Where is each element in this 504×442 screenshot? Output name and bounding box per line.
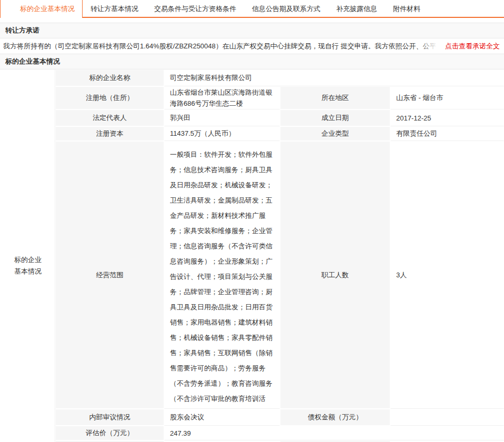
tab-supplementary-disclosure[interactable]: 补充披露信息 — [328, 0, 385, 18]
table-row-legal-representative-founding-date: 法定代表人 郭兴田 成立日期 2017-12-25 — [55, 109, 504, 126]
promise-row: 我方将所持有的（司空定制家居科技有限公司1.64%股权/ZBZR250048）在… — [0, 38, 504, 54]
value-employee-count: 3人 — [390, 141, 504, 409]
tab-transferor-basic-info[interactable]: 转让方基本情况 — [83, 0, 146, 18]
value-registered-capital: 11437.5万（人民币） — [164, 126, 280, 141]
basic-info-table: 标的企业 基本情况 标的企业名称 司空定制家居科技有限公司 注册地（住所） 山东… — [0, 69, 504, 442]
promise-text: 我方将所持有的（司空定制家居科技有限公司1.64%股权/ZBZR250048）在… — [3, 42, 440, 51]
section-title-transferor-promise: 转让方承诺 — [0, 23, 504, 38]
table-row-appraisal-price: 评估价（万元） 247.39 — [55, 426, 504, 440]
label-appraisal-price: 评估价（万元） — [55, 426, 164, 440]
label-founding-date: 成立日期 — [280, 109, 390, 126]
spacer — [0, 18, 504, 23]
rail-group-label: 标的企业 基本情况 — [0, 69, 55, 442]
rail-line-1: 标的企业 — [14, 254, 55, 266]
value-legal-representative: 郭兴田 — [164, 109, 280, 126]
tab-attachments[interactable]: 附件材料 — [385, 0, 428, 18]
value-debt-amount — [390, 409, 504, 426]
label-debt-amount: 债权金额（万元） — [280, 409, 390, 426]
label-company-type: 企业类型 — [280, 126, 390, 141]
value-region: 山东省 - 烟台市 — [390, 86, 504, 109]
label-registered-address: 注册地（住所） — [55, 86, 164, 109]
value-appraisal-price: 247.39 — [164, 426, 504, 440]
table-row-registered-capital-company-type: 注册资本 11437.5万（人民币） 企业类型 有限责任公司 — [55, 126, 504, 141]
value-company-name: 司空定制家居科技有限公司 — [164, 69, 504, 86]
table-row-company-name: 标的企业名称 司空定制家居科技有限公司 — [55, 69, 504, 86]
value-company-type: 有限责任公司 — [390, 126, 504, 141]
tab-target-company-basic-info[interactable]: 标的企业基本情况 — [0, 0, 83, 18]
listing-page: 标的企业基本情况 转让方基本情况 交易条件与受让方资格条件 信息公告期及联系方式… — [0, 0, 504, 442]
business-scope-text: 一般项目：软件开发；软件外包服务；信息技术咨询服务；厨具卫具及日用杂品研发；机械… — [170, 147, 274, 403]
value-business-scope: 一般项目：软件开发；软件外包服务；信息技术咨询服务；厨具卫具及日用杂品研发；机械… — [164, 141, 280, 409]
label-registered-capital: 注册资本 — [55, 126, 164, 141]
label-company-name: 标的企业名称 — [55, 69, 164, 86]
rail-line-2: 基本情况 — [14, 266, 55, 277]
label-business-scope: 经营范围 — [55, 141, 164, 409]
value-registered-address: 山东省烟台市莱山区滨海路街道银海路686号万华生态二楼 — [164, 86, 280, 109]
section-title-target-company-basic-info: 标的企业基本情况 — [0, 54, 504, 69]
label-employee-count: 职工人数 — [280, 141, 390, 409]
label-internal-review: 内部审议情况 — [55, 409, 164, 426]
tab-bar: 标的企业基本情况 转让方基本情况 交易条件与受让方资格条件 信息公告期及联系方式… — [0, 0, 504, 18]
value-internal-review: 股东会决议 — [164, 409, 280, 426]
view-full-promise-link[interactable]: 点击查看承诺全文 — [440, 42, 500, 51]
value-founding-date: 2017-12-25 — [390, 109, 504, 126]
label-legal-representative: 法定代表人 — [55, 109, 164, 126]
label-region: 所在地区 — [280, 86, 390, 109]
registered-address-text: 山东省烟台市莱山区滨海路街道银海路686号万华生态二楼 — [170, 87, 274, 109]
tab-announcement-period-contact[interactable]: 信息公告期及联系方式 — [244, 0, 328, 18]
tab-trade-conditions-transferee-qualification[interactable]: 交易条件与受让方资格条件 — [146, 0, 244, 18]
table-row-business-scope-employees: 经营范围 一般项目：软件开发；软件外包服务；信息技术咨询服务；厨具卫具及日用杂品… — [55, 141, 504, 409]
table-row-internal-review-debt-amount: 内部审议情况 股东会决议 债权金额（万元） — [55, 409, 504, 426]
table-row-registered-address-region: 注册地（住所） 山东省烟台市莱山区滨海路街道银海路686号万华生态二楼 所在地区… — [55, 86, 504, 109]
